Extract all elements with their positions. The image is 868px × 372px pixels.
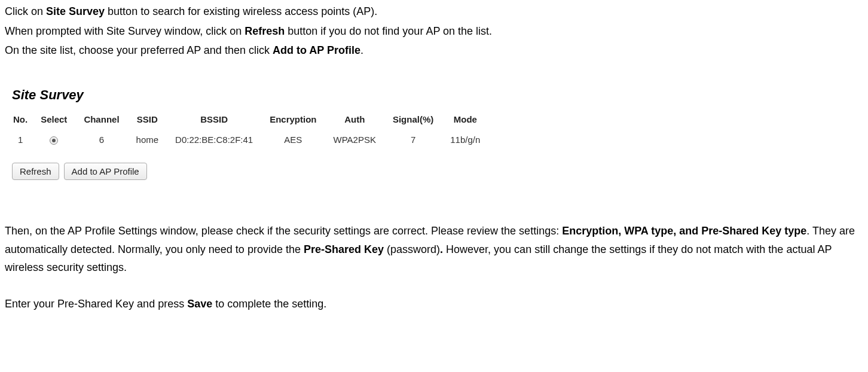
text: On the site list, choose your preferred …: [5, 44, 273, 56]
col-auth: Auth: [325, 109, 384, 131]
intro-section: Click on Site Survey button to search fo…: [5, 2, 863, 60]
cell-signal: 7: [384, 131, 442, 149]
col-bssid: BSSID: [167, 109, 261, 131]
intro-paragraph-2: When prompted with Site Survey window, c…: [5, 22, 863, 41]
site-survey-title: Site Survey: [12, 84, 863, 106]
radio-select[interactable]: [50, 136, 58, 145]
add-to-ap-profile-button[interactable]: Add to AP Profile: [64, 163, 147, 180]
bold-text: Encryption, WPA type, and Pre-Shared Key…: [562, 225, 806, 237]
text: to complete the setting.: [212, 298, 326, 310]
text: When prompted with Site Survey window, c…: [5, 25, 244, 37]
outro-paragraph-2: Enter your Pre-Shared Key and press Save…: [5, 295, 863, 313]
button-row: Refresh Add to AP Profile: [12, 163, 863, 180]
cell-encryption: AES: [261, 131, 325, 149]
cell-no: 1: [12, 131, 32, 149]
cell-select: [32, 131, 75, 149]
outro-paragraph-1: Then, on the AP Profile Settings window,…: [5, 222, 863, 277]
col-select: Select: [32, 109, 75, 131]
col-signal: Signal(%): [384, 109, 442, 131]
cell-auth: WPA2PSK: [325, 131, 384, 149]
text: button to search for existing wireless a…: [105, 5, 377, 17]
col-encryption: Encryption: [261, 109, 325, 131]
intro-paragraph-1: Click on Site Survey button to search fo…: [5, 2, 863, 21]
table-row: 1 6 home D0:22:BE:C8:2F:41 AES WPA2PSK 7…: [12, 131, 488, 149]
bold-text: Site Survey: [46, 5, 105, 17]
col-no: No.: [12, 109, 32, 131]
text: Click on: [5, 5, 46, 17]
text: .: [360, 44, 363, 56]
col-mode: Mode: [442, 109, 488, 131]
table-header-row: No. Select Channel SSID BSSID Encryption…: [12, 109, 488, 131]
text: (password): [384, 243, 440, 255]
bold-text: Pre-Shared Key: [304, 243, 384, 255]
cell-channel: 6: [75, 131, 127, 149]
outro-section: Then, on the AP Profile Settings window,…: [5, 222, 863, 313]
bold-text: Refresh: [244, 25, 285, 37]
cell-bssid: D0:22:BE:C8:2F:41: [167, 131, 261, 149]
bold-text: Save: [187, 298, 212, 310]
cell-mode: 11b/g/n: [442, 131, 488, 149]
cell-ssid: home: [128, 131, 167, 149]
text: Then, on the AP Profile Settings window,…: [5, 225, 562, 237]
text: button if you do not find your AP on the…: [285, 25, 492, 37]
site-survey-table: No. Select Channel SSID BSSID Encryption…: [12, 109, 488, 148]
bold-text: Add to AP Profile: [273, 44, 360, 56]
col-channel: Channel: [75, 109, 127, 131]
site-survey-panel: Site Survey No. Select Channel SSID BSSI…: [12, 84, 863, 180]
intro-paragraph-3: On the site list, choose your preferred …: [5, 41, 863, 60]
col-ssid: SSID: [128, 109, 167, 131]
refresh-button[interactable]: Refresh: [12, 163, 59, 180]
text: Enter your Pre-Shared Key and press: [5, 298, 187, 310]
